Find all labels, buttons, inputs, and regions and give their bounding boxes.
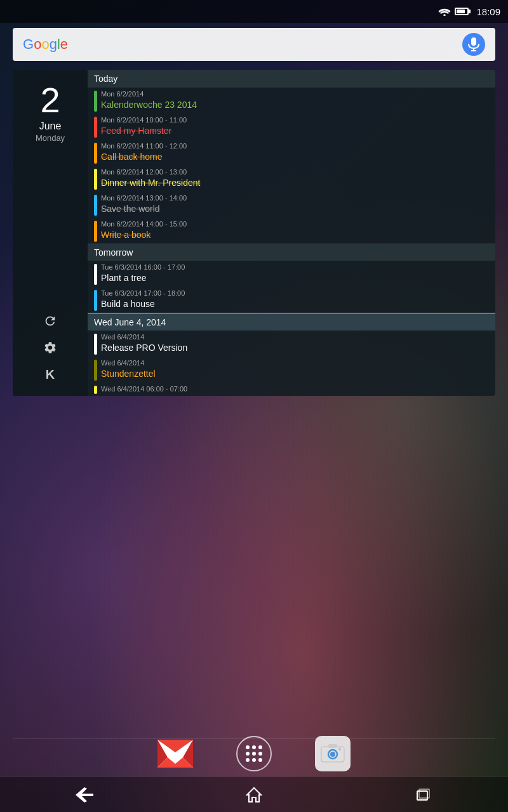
svg-point-0 bbox=[444, 14, 446, 16]
svg-point-19 bbox=[246, 758, 250, 762]
event-content: Mon 6/2/2014 13:00 - 14:00 Save the worl… bbox=[101, 193, 490, 216]
date-month: June bbox=[39, 121, 62, 132]
event-color-bar bbox=[94, 221, 97, 242]
list-item[interactable]: Mon 6/2/2014 11:00 - 12:00 Call back hom… bbox=[88, 140, 495, 166]
gmail-icon bbox=[157, 740, 193, 768]
event-title: Release PRO Version bbox=[101, 342, 490, 355]
list-item[interactable]: Wed 6/4/2014 Stundenzettel bbox=[88, 357, 495, 383]
battery-icon bbox=[455, 8, 469, 15]
widget-icons: K bbox=[41, 299, 59, 390]
home-icon bbox=[246, 787, 262, 803]
refresh-icon[interactable] bbox=[41, 312, 59, 330]
nav-bar bbox=[0, 776, 508, 812]
back-button[interactable] bbox=[65, 782, 104, 808]
svg-point-25 bbox=[330, 752, 335, 757]
tomorrow-header: Tomorrow bbox=[88, 244, 495, 261]
event-color-bar bbox=[94, 334, 97, 355]
event-content: Mon 6/2/2014 11:00 - 12:00 Call back hom… bbox=[101, 141, 490, 164]
date-number: 2 bbox=[40, 82, 60, 118]
voice-search-button[interactable] bbox=[462, 33, 485, 56]
mic-icon bbox=[468, 37, 479, 51]
recents-button[interactable] bbox=[404, 782, 443, 808]
wed-header: Wed June 4, 2014 bbox=[88, 313, 495, 331]
event-color-bar bbox=[94, 386, 97, 394]
event-date: Mon 6/2/2014 13:00 - 14:00 bbox=[101, 193, 490, 203]
event-content: Mon 6/2/2014 10:00 - 11:00 Feed my Hamst… bbox=[101, 115, 490, 138]
svg-rect-23 bbox=[328, 744, 337, 748]
event-content: Wed 6/4/2014 06:00 - 07:00 bbox=[101, 384, 490, 394]
event-date: Mon 6/2/2014 10:00 - 11:00 bbox=[101, 115, 490, 125]
list-item[interactable]: Wed 6/4/2014 Release PRO Version bbox=[88, 331, 495, 357]
status-bar: 18:09 bbox=[0, 0, 508, 23]
svg-point-21 bbox=[258, 758, 262, 762]
event-title: Stundenzettel bbox=[101, 368, 490, 381]
svg-point-18 bbox=[258, 752, 262, 756]
event-color-bar bbox=[94, 195, 97, 216]
svg-marker-28 bbox=[247, 788, 261, 802]
event-date: Tue 6/3/2014 16:00 - 17:00 bbox=[101, 263, 490, 272]
calendar-widget: 2 June Monday K Today Mon 6/2/2014 bbox=[13, 70, 495, 396]
status-time: 18:09 bbox=[476, 6, 500, 17]
event-content: Mon 6/2/2014 14:00 - 15:00 Write a book bbox=[101, 219, 490, 242]
k-icon[interactable]: K bbox=[41, 365, 59, 383]
event-color-bar bbox=[94, 264, 97, 285]
google-logo: Google bbox=[23, 36, 462, 53]
event-title: Kalenderwoche 23 2014 bbox=[101, 99, 490, 112]
svg-marker-27 bbox=[76, 787, 93, 802]
list-item[interactable]: Mon 6/2/2014 Kalenderwoche 23 2014 bbox=[88, 88, 495, 114]
wifi-icon bbox=[438, 7, 451, 16]
event-title: Dinner with Mr. President bbox=[101, 177, 490, 190]
events-panel[interactable]: Today Mon 6/2/2014 Kalenderwoche 23 2014… bbox=[88, 70, 495, 396]
gmail-app-icon[interactable] bbox=[155, 733, 196, 774]
list-item[interactable]: Tue 6/3/2014 16:00 - 17:00 Plant a tree bbox=[88, 261, 495, 287]
svg-point-26 bbox=[338, 748, 341, 750]
event-content: Mon 6/2/2014 12:00 - 13:00 Dinner with M… bbox=[101, 167, 490, 190]
status-icons: 18:09 bbox=[438, 6, 500, 17]
event-date: Wed 6/4/2014 bbox=[101, 358, 490, 368]
event-title: Feed my Hamster bbox=[101, 125, 490, 138]
camera-icon bbox=[321, 743, 345, 764]
app-launcher-icon[interactable] bbox=[234, 733, 274, 774]
list-item[interactable]: Tue 6/3/2014 17:00 - 18:00 Build a house bbox=[88, 287, 495, 313]
list-item[interactable]: Mon 6/2/2014 14:00 - 15:00 Write a book bbox=[88, 218, 495, 244]
event-date: Mon 6/2/2014 14:00 - 15:00 bbox=[101, 219, 490, 229]
event-color-bar bbox=[94, 91, 97, 112]
event-color-bar bbox=[94, 360, 97, 381]
event-color-bar bbox=[94, 117, 97, 138]
event-date: Mon 6/2/2014 11:00 - 12:00 bbox=[101, 141, 490, 151]
camera-icon-container bbox=[315, 736, 351, 771]
list-item[interactable]: Mon 6/2/2014 13:00 - 14:00 Save the worl… bbox=[88, 192, 495, 218]
dock bbox=[0, 733, 508, 774]
date-panel: 2 June Monday K bbox=[13, 70, 88, 396]
event-content: Wed 6/4/2014 Release PRO Version bbox=[101, 332, 490, 355]
event-color-bar bbox=[94, 290, 97, 311]
event-content: Mon 6/2/2014 Kalenderwoche 23 2014 bbox=[101, 89, 490, 112]
event-date: Mon 6/2/2014 12:00 - 13:00 bbox=[101, 167, 490, 177]
event-title: Call back home bbox=[101, 151, 490, 164]
date-day: Monday bbox=[36, 133, 65, 143]
svg-point-13 bbox=[246, 745, 250, 749]
svg-rect-1 bbox=[471, 37, 476, 46]
svg-point-20 bbox=[252, 758, 256, 762]
camera-app-icon[interactable] bbox=[312, 733, 353, 774]
event-date: Mon 6/2/2014 bbox=[101, 89, 490, 99]
svg-point-14 bbox=[252, 745, 256, 749]
dots-grid-icon bbox=[244, 744, 264, 763]
svg-point-16 bbox=[246, 752, 250, 756]
list-item[interactable]: Mon 6/2/2014 10:00 - 11:00 Feed my Hamst… bbox=[88, 114, 495, 140]
event-date: Wed 6/4/2014 06:00 - 07:00 bbox=[101, 384, 490, 394]
search-bar[interactable]: Google bbox=[13, 28, 495, 61]
event-content: Tue 6/3/2014 17:00 - 18:00 Build a house bbox=[101, 289, 490, 311]
event-title: Save the world bbox=[101, 203, 490, 216]
list-item[interactable]: Wed 6/4/2014 06:00 - 07:00 bbox=[88, 383, 495, 396]
event-title: Plant a tree bbox=[101, 272, 490, 285]
event-content: Tue 6/3/2014 16:00 - 17:00 Plant a tree bbox=[101, 263, 490, 285]
event-content: Wed 6/4/2014 Stundenzettel bbox=[101, 358, 490, 381]
svg-point-15 bbox=[258, 745, 262, 749]
event-color-bar bbox=[94, 169, 97, 190]
launcher-dots bbox=[236, 736, 272, 771]
event-date: Wed 6/4/2014 bbox=[101, 332, 490, 342]
list-item[interactable]: Mon 6/2/2014 12:00 - 13:00 Dinner with M… bbox=[88, 166, 495, 192]
home-button[interactable] bbox=[235, 782, 273, 808]
settings-icon[interactable] bbox=[41, 339, 59, 357]
